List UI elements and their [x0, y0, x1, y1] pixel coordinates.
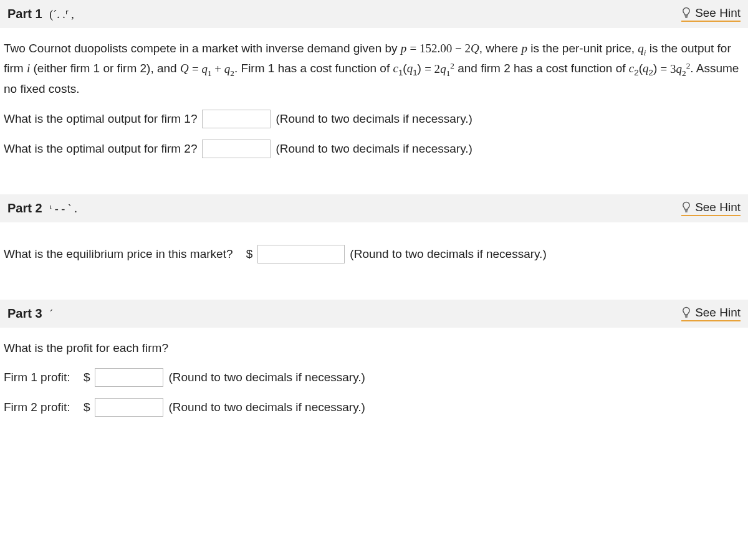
currency-symbol: $ [84, 368, 90, 386]
firm2-output-label: What is the optimal output for firm 2? [4, 140, 197, 158]
firm2-output-input[interactable] [202, 140, 271, 158]
part1-header: Part 1 (´. .ʳ , See Hint [0, 0, 748, 28]
part3-title: Part 3 ´ [7, 306, 53, 321]
firm1-output-label: What is the optimal output for firm 1? [4, 110, 197, 128]
part2-title-text: Part 2 [7, 201, 42, 215]
firm1-profit-input[interactable] [95, 368, 163, 387]
see-hint-label: See Hint [695, 6, 741, 20]
part1-title: Part 1 (´. .ʳ , [7, 7, 74, 21]
part2-header: Part 2 ᶥ - - ` . See Hint [0, 194, 748, 222]
problem-statement: Two Cournot duopolists compete in a mark… [4, 39, 744, 98]
lightbulb-icon [681, 7, 691, 19]
part2-title: Part 2 ᶥ - - ` . [7, 201, 77, 216]
see-hint-label: See Hint [695, 306, 741, 320]
lightbulb-icon [681, 201, 691, 214]
equilibrium-price-label: What is the equilibrium price in this ma… [4, 245, 233, 263]
part3-title-text: Part 3 [7, 306, 42, 320]
part1-q1-row: What is the optimal output for firm 1? (… [4, 110, 744, 128]
part2-q-row: What is the equilibrium price in this ma… [4, 245, 744, 263]
part3-header: Part 3 ´ See Hint [0, 300, 748, 328]
round-note: (Round to two decimals if necessary.) [276, 110, 472, 128]
part2-content: What is the equilibrium price in this ma… [0, 222, 748, 300]
round-note: (Round to two decimals if necessary.) [168, 398, 365, 416]
firm1-profit-label: Firm 1 profit: [4, 368, 70, 386]
part3-firm1-row: Firm 1 profit: $ (Round to two decimals … [4, 368, 744, 387]
part1-title-text: Part 1 [7, 7, 42, 21]
firm2-profit-label: Firm 2 profit: [4, 398, 70, 416]
part3-subtitle: ´ [49, 308, 53, 320]
firm1-output-input[interactable] [202, 110, 271, 128]
round-note: (Round to two decimals if necessary.) [350, 245, 546, 263]
currency-symbol: $ [246, 245, 253, 263]
round-note: (Round to two decimals if necessary.) [168, 368, 365, 386]
lightbulb-icon [681, 306, 691, 319]
part1-content: Two Cournot duopolists compete in a mark… [0, 28, 748, 194]
equilibrium-price-input[interactable] [257, 245, 345, 263]
see-hint-label: See Hint [695, 201, 741, 214]
profit-question-label: What is the profit for each firm? [4, 339, 744, 357]
see-hint-part1[interactable]: See Hint [681, 6, 741, 22]
currency-symbol: $ [84, 398, 90, 416]
part3-content: What is the profit for each firm? Firm 1… [0, 328, 748, 453]
round-note: (Round to two decimals if necessary.) [276, 140, 472, 158]
part2-subtitle: ᶥ - - ` . [49, 202, 77, 215]
see-hint-part2[interactable]: See Hint [681, 201, 741, 216]
part1-subtitle: (´. .ʳ , [49, 8, 74, 21]
part1-q2-row: What is the optimal output for firm 2? (… [4, 140, 744, 158]
part3-firm2-row: Firm 2 profit: $ (Round to two decimals … [4, 398, 744, 417]
see-hint-part3[interactable]: See Hint [681, 306, 741, 321]
firm2-profit-input[interactable] [95, 398, 163, 417]
